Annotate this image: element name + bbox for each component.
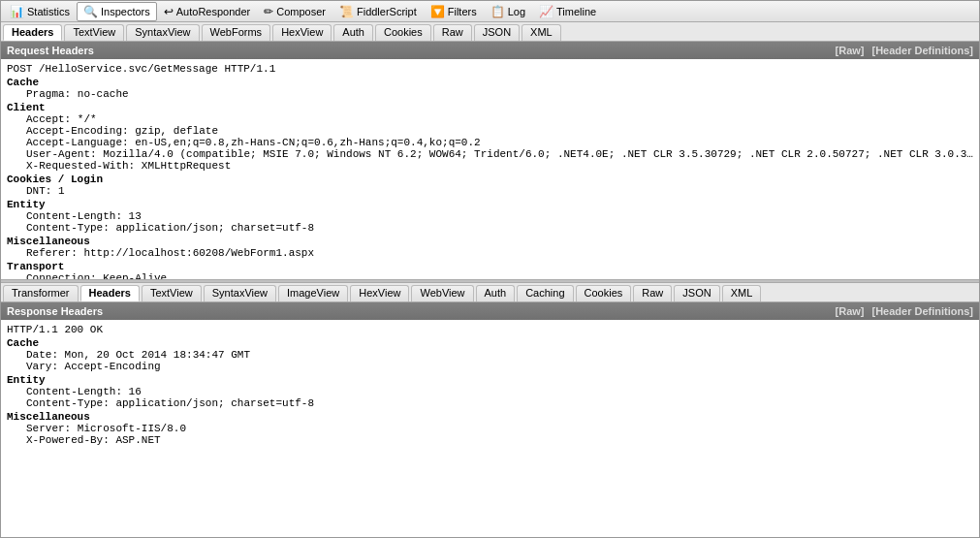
request-section-cache: Cache — [7, 77, 973, 88]
request-tab-auth[interactable]: Auth — [333, 24, 373, 41]
response-section-entity: Entity — [7, 374, 973, 386]
response-panel-header: Response Headers [Raw] [Header Definitio… — [1, 302, 979, 320]
response-tab-raw[interactable]: Raw — [633, 285, 672, 301]
filters-label: Filters — [448, 6, 477, 17]
main-toolbar: 📊Statistics🔍Inspectors↩AutoResponder✏Com… — [1, 1, 979, 22]
request-header-defs-link[interactable]: [Header Definitions] — [871, 45, 973, 56]
response-section: TransformerHeadersTextViewSyntaxViewImag… — [1, 283, 979, 539]
request-tab-headers[interactable]: Headers — [3, 24, 62, 41]
request-header-line: Accept: */* — [7, 113, 973, 125]
log-icon: 📋 — [490, 5, 505, 18]
request-tab-cookies[interactable]: Cookies — [375, 24, 431, 41]
response-header-line: Content-Type: application/json; charset=… — [7, 397, 973, 409]
request-header-line: DNT: 1 — [7, 185, 973, 197]
request-panel-title: Request Headers — [7, 45, 94, 56]
response-header-defs-link[interactable]: [Header Definitions] — [871, 305, 973, 317]
request-header-line: X-Requested-With: XMLHttpRequest — [7, 160, 973, 172]
response-header-line: Date: Mon, 20 Oct 2014 18:34:47 GMT — [7, 349, 973, 361]
statistics-label: Statistics — [27, 6, 70, 17]
request-section: HeadersTextViewSyntaxViewWebFormsHexView… — [1, 22, 979, 279]
response-tab-webview[interactable]: WebView — [411, 285, 473, 301]
response-panel-content: HTTP/1.1 200 OKCacheDate: Mon, 20 Oct 20… — [1, 320, 979, 539]
request-tab-textview[interactable]: TextView — [64, 24, 124, 41]
request-header-line: Accept-Language: en-US,en;q=0.8,zh-Hans-… — [7, 137, 973, 148]
response-header-line: X-Powered-By: ASP.NET — [7, 434, 973, 446]
toolbar-btn-autoresponder[interactable]: ↩AutoResponder — [157, 2, 257, 21]
toolbar-btn-composer[interactable]: ✏Composer — [257, 2, 332, 21]
response-tab-caching[interactable]: Caching — [517, 285, 573, 301]
response-section-cache: Cache — [7, 337, 973, 349]
response-tab-cookies[interactable]: Cookies — [576, 285, 632, 301]
request-panel-content: POST /HelloService.svc/GetMessage HTTP/1… — [1, 59, 979, 279]
request-tab-hexview[interactable]: HexView — [272, 24, 332, 41]
response-tab-textview[interactable]: TextView — [142, 285, 202, 301]
toolbar-btn-fiddlerscript[interactable]: 📜FiddlerScript — [332, 2, 424, 21]
response-tab-bar: TransformerHeadersTextViewSyntaxViewImag… — [1, 283, 979, 302]
request-tab-raw[interactable]: Raw — [433, 24, 472, 41]
response-tab-imageview[interactable]: ImageView — [278, 285, 348, 301]
filters-icon: 🔽 — [430, 5, 445, 18]
response-section-miscellaneous: Miscellaneous — [7, 411, 973, 423]
request-header-line: Referer: http://localhost:60208/WebForm1… — [7, 247, 973, 259]
log-label: Log — [508, 6, 525, 17]
request-header-links: [Raw] [Header Definitions] — [836, 45, 973, 56]
response-panel-title: Response Headers — [7, 305, 103, 317]
autoresponder-label: AutoResponder — [176, 6, 250, 17]
timeline-icon: 📈 — [539, 5, 553, 18]
toolbar-btn-filters[interactable]: 🔽Filters — [424, 2, 484, 21]
statistics-icon: 📊 — [10, 5, 24, 18]
response-status-line: HTTP/1.1 200 OK — [7, 324, 973, 335]
response-header-line: Vary: Accept-Encoding — [7, 361, 973, 372]
response-tab-json[interactable]: JSON — [674, 285, 719, 301]
request-header-line: Accept-Encoding: gzip, deflate — [7, 125, 973, 137]
timeline-label: Timeline — [556, 6, 596, 17]
request-section-client: Client — [7, 102, 973, 113]
toolbar-btn-log[interactable]: 📋Log — [484, 2, 532, 21]
request-header-line: Content-Type: application/json; charset=… — [7, 222, 973, 234]
response-tab-hexview[interactable]: HexView — [350, 285, 409, 301]
request-section-entity: Entity — [7, 199, 973, 210]
main-content: HeadersTextViewSyntaxViewWebFormsHexView… — [1, 22, 979, 538]
request-tab-json[interactable]: JSON — [474, 24, 520, 41]
fiddlerscript-icon: 📜 — [339, 5, 354, 18]
response-tab-headers[interactable]: Headers — [80, 285, 140, 301]
request-raw-link[interactable]: [Raw] — [836, 45, 865, 56]
inspectors-label: Inspectors — [101, 6, 150, 17]
toolbar-btn-inspectors[interactable]: 🔍Inspectors — [77, 2, 157, 21]
response-header-line: Content-Length: 16 — [7, 386, 973, 397]
response-raw-link[interactable]: [Raw] — [836, 305, 865, 317]
request-tab-webforms[interactable]: WebForms — [202, 24, 271, 41]
request-section-transport: Transport — [7, 261, 973, 272]
request-tab-xml[interactable]: XML — [522, 24, 561, 41]
request-tab-syntaxview[interactable]: SyntaxView — [126, 24, 199, 41]
response-tab-auth[interactable]: Auth — [476, 285, 516, 301]
composer-icon: ✏ — [264, 5, 273, 18]
request-header-line: User-Agent: Mozilla/4.0 (compatible; MSI… — [7, 148, 973, 160]
inspectors-icon: 🔍 — [83, 5, 98, 18]
request-header-line: Pragma: no-cache — [7, 88, 973, 100]
request-header-line: Content-Length: 13 — [7, 210, 973, 222]
request-line: POST /HelloService.svc/GetMessage HTTP/1… — [7, 63, 973, 75]
autoresponder-icon: ↩ — [164, 5, 174, 18]
request-panel-header: Request Headers [Raw] [Header Definition… — [1, 42, 979, 59]
toolbar-btn-statistics[interactable]: 📊Statistics — [3, 2, 77, 21]
response-header-line: Server: Microsoft-IIS/8.0 — [7, 423, 973, 434]
response-tab-transformer[interactable]: Transformer — [3, 285, 79, 301]
response-header-links: [Raw] [Header Definitions] — [836, 305, 973, 317]
response-tab-syntaxview[interactable]: SyntaxView — [204, 285, 276, 301]
request-tab-bar: HeadersTextViewSyntaxViewWebFormsHexView… — [1, 22, 979, 42]
composer-label: Composer — [276, 6, 326, 17]
request-section-cookies---login: Cookies / Login — [7, 174, 973, 185]
fiddlerscript-label: FiddlerScript — [357, 6, 417, 17]
response-tab-xml[interactable]: XML — [722, 285, 762, 301]
request-section-miscellaneous: Miscellaneous — [7, 236, 973, 247]
toolbar-btn-timeline[interactable]: 📈Timeline — [532, 2, 603, 21]
